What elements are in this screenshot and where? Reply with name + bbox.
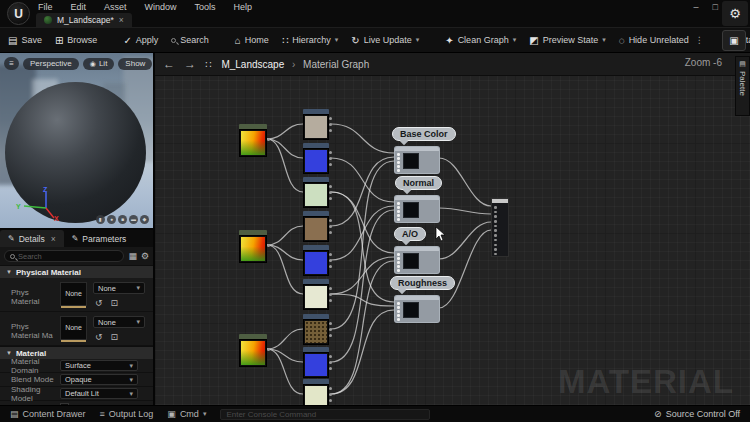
perspective-button[interactable]: Perspective	[23, 58, 79, 70]
status-bar: ▤ Content Drawer ≡ Output Log ▣ Cmd ▾ ⊘ …	[0, 405, 750, 422]
menu-edit[interactable]: Edit	[71, 2, 87, 12]
details-settings-icon[interactable]: ⚙	[141, 251, 149, 261]
pencil-icon: ✎	[72, 234, 79, 243]
output-log-button[interactable]: ≡ Output Log	[100, 409, 154, 419]
landscape-coords-node[interactable]	[239, 334, 267, 367]
minimize-button[interactable]: –	[694, 2, 699, 12]
graph-hierarchy-icon: ∷	[205, 59, 212, 70]
search-input[interactable]	[18, 252, 98, 261]
source-control-off-icon: ⊘	[654, 409, 662, 419]
layer-blend-roughness-node[interactable]	[395, 296, 439, 322]
search-box[interactable]	[4, 250, 124, 262]
search-button[interactable]: Search	[171, 35, 209, 45]
texture-sample-node[interactable]	[303, 143, 329, 174]
material-graph-canvas[interactable]: Base Color Normal A/O Roughness ← → ∷ M_…	[153, 53, 750, 405]
phys-material-dropdown[interactable]: None ▾	[93, 282, 145, 294]
breadcrumb-current[interactable]: Material Graph	[303, 59, 369, 70]
content-drawer-button[interactable]: ▤ Content Drawer	[10, 409, 86, 419]
chevron-down-icon: ▾	[335, 36, 339, 44]
live-update-dropdown[interactable]: ↻ Live Update ▾	[351, 35, 419, 46]
material-domain-dropdown[interactable]: Surface ▾	[60, 360, 138, 371]
graph-header: ← → ∷ M_Landscape › Material Graph	[155, 53, 750, 76]
material-output-node[interactable]	[491, 198, 509, 257]
use-selected-icon[interactable]: ↺	[95, 298, 103, 308]
maximize-button[interactable]: □	[713, 2, 718, 12]
texture-sample-node[interactable]	[303, 109, 329, 140]
texture-thumbnail	[305, 354, 327, 376]
layer-blend-normal-node[interactable]	[395, 196, 439, 222]
texture-sample-node[interactable]	[303, 314, 329, 345]
apply-button[interactable]: ✓ Apply	[123, 35, 158, 46]
asset-thumbnail[interactable]: None	[60, 316, 87, 340]
plane-shape-icon[interactable]: ▬	[129, 215, 138, 224]
axis-x-label: X	[54, 215, 59, 222]
phys-material-mask-dropdown[interactable]: None ▾	[93, 316, 145, 328]
chevron-down-icon: ▾	[129, 376, 133, 384]
sphere-shape-icon[interactable]: ●	[107, 215, 116, 224]
texture-thumbnail	[305, 184, 327, 206]
layer-blend-base-color-node[interactable]	[395, 147, 439, 173]
menu-file[interactable]: File	[38, 2, 53, 12]
tab-details[interactable]: ✎ Details ×	[0, 230, 64, 247]
menu-tools[interactable]: Tools	[195, 2, 216, 12]
blend-mode-dropdown[interactable]: Opaque ▾	[60, 374, 138, 385]
cmd-dropdown[interactable]: ▣ Cmd ▾	[167, 409, 206, 419]
unreal-logo-icon[interactable]: U	[7, 2, 30, 25]
cube-shape-icon[interactable]: ■	[118, 215, 127, 224]
console-command-input[interactable]	[220, 409, 430, 420]
blend-thumbnail	[403, 153, 419, 169]
landscape-coords-node[interactable]	[239, 124, 267, 157]
menu-window[interactable]: Window	[145, 2, 177, 12]
section-physical-material[interactable]: ▼ Physical Material	[0, 265, 153, 278]
clean-graph-dropdown[interactable]: ✦ Clean Graph ▾	[445, 35, 516, 46]
console-window-icon[interactable]: ▣	[722, 30, 746, 51]
menu-help[interactable]: Help	[234, 2, 253, 12]
texture-sample-node[interactable]	[303, 347, 329, 378]
apply-icon: ✓	[123, 35, 131, 46]
cylinder-shape-icon[interactable]: ▮	[96, 215, 105, 224]
source-control-status[interactable]: ⊘ Source Control Off	[654, 409, 740, 419]
asset-tab-strip: M_Landscape* ×	[36, 13, 132, 27]
close-icon[interactable]: ×	[51, 234, 56, 244]
browse-to-asset-icon[interactable]: ⊡	[111, 332, 119, 342]
custom-mesh-icon[interactable]: ◆	[140, 215, 149, 224]
palette-tab[interactable]: ▤ Palette	[735, 56, 750, 116]
lit-icon: ◉	[90, 60, 96, 68]
chevron-down-icon: ▾	[203, 410, 207, 418]
texture-sample-node[interactable]	[303, 211, 329, 242]
kebab-menu-icon[interactable]: ⋮	[695, 35, 704, 45]
landscape-coords-node[interactable]	[239, 230, 267, 263]
browse-button[interactable]: ⊞ Browse	[55, 35, 97, 46]
layer-blend-ao-node[interactable]	[395, 247, 439, 273]
preview-viewport[interactable]: ≡ Perspective ◉ Lit Show Z Y X ▮ ● ■ ▬ ◆	[0, 53, 153, 228]
tab-close-icon[interactable]: ×	[119, 15, 124, 25]
hide-unrelated-button[interactable]: ◌ Hide Unrelated ⋮	[619, 35, 704, 46]
texture-thumbnail	[305, 286, 327, 308]
breadcrumb-root[interactable]: M_Landscape	[221, 59, 284, 70]
lit-mode-button[interactable]: ◉ Lit	[83, 58, 115, 70]
texture-sample-node[interactable]	[303, 379, 329, 405]
save-button[interactable]: ▤ Save	[8, 35, 42, 46]
ao-label: A/O	[394, 227, 426, 241]
nav-back-icon[interactable]: ←	[163, 57, 175, 71]
nav-forward-icon[interactable]: →	[184, 57, 196, 71]
grid-view-icon[interactable]: ▦	[128, 251, 137, 261]
texture-sample-node[interactable]	[303, 177, 329, 208]
shading-model-dropdown[interactable]: Default Lit ▾	[60, 388, 138, 399]
tab-m-landscape[interactable]: M_Landscape* ×	[36, 13, 132, 27]
show-button[interactable]: Show	[118, 58, 152, 70]
hierarchy-dropdown[interactable]: ∷ Hierarchy ▾	[282, 35, 338, 46]
home-button[interactable]: ⌂ Home	[235, 35, 269, 46]
texture-sample-node[interactable]	[303, 279, 329, 310]
preview-state-dropdown[interactable]: ◩ Preview State ▾	[529, 35, 606, 46]
viewport-menu-icon[interactable]: ≡	[4, 57, 19, 70]
menu-asset[interactable]: Asset	[104, 2, 127, 12]
settings-gear-icon[interactable]: ⚙	[722, 1, 748, 26]
texture-sample-node[interactable]	[303, 245, 329, 276]
tab-parameters[interactable]: ✎ Parameters	[64, 230, 135, 247]
zoom-level-label: Zoom -6	[685, 57, 722, 68]
browse-to-asset-icon[interactable]: ⊡	[111, 298, 119, 308]
use-selected-icon[interactable]: ↺	[95, 332, 103, 342]
asset-thumbnail[interactable]: None	[60, 282, 87, 306]
normal-label: Normal	[395, 176, 442, 190]
